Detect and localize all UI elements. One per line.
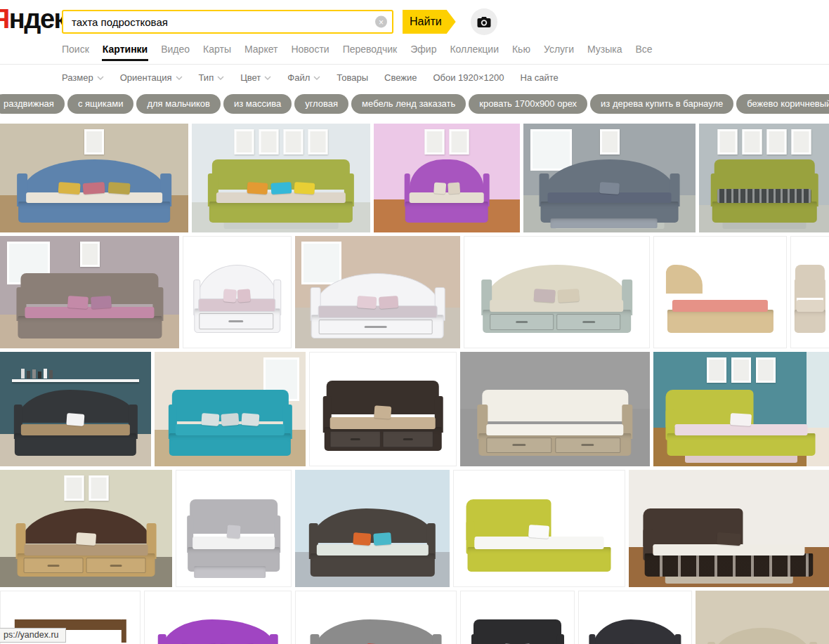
poster-frame: [235, 129, 254, 155]
search-input[interactable]: [63, 11, 392, 32]
related-query-chip-1[interactable]: раздвижная: [0, 94, 65, 114]
image-result-2-3[interactable]: [295, 236, 460, 348]
bed-arm: [311, 634, 320, 644]
bed-illustration: [666, 265, 774, 334]
filter-razmer[interactable]: Размер: [62, 72, 104, 83]
image-result-2-1[interactable]: [0, 236, 179, 348]
filter-svezhie[interactable]: Свежие: [384, 72, 417, 83]
image-result-3-1[interactable]: [0, 352, 151, 466]
image-result-1-3[interactable]: [374, 124, 520, 232]
bed-trundle: [550, 218, 658, 228]
bed-pillow: [237, 289, 251, 302]
tab-novosti[interactable]: Новости: [291, 44, 329, 55]
image-result-5-4[interactable]: [460, 591, 575, 644]
tab-poisk[interactable]: Поиск: [62, 44, 89, 55]
bed-base: [795, 310, 825, 333]
image-result-2-6[interactable]: [790, 236, 829, 348]
image-result-1-1[interactable]: [0, 124, 188, 232]
filter-fayl[interactable]: Файл: [287, 72, 320, 83]
drawer-handle: [351, 438, 360, 440]
related-query-chip-7[interactable]: кровать 1700x900 орех: [469, 94, 587, 114]
image-result-3-2[interactable]: [155, 352, 306, 466]
tab-kyu[interactable]: Кью: [512, 44, 530, 55]
image-result-4-3[interactable]: [295, 470, 450, 587]
image-result-1-2[interactable]: [192, 124, 370, 232]
tab-video[interactable]: Видео: [161, 44, 190, 55]
related-query-chip-6[interactable]: мебель ленд заказать: [351, 94, 466, 114]
image-result-4-4[interactable]: [453, 470, 625, 587]
tab-efir[interactable]: Эфир: [410, 44, 436, 55]
search-bar: × Найти: [0, 0, 829, 35]
tab-muzyka[interactable]: Музыка: [587, 44, 622, 55]
results-row-1: [0, 124, 829, 232]
results-row-4: [0, 470, 829, 587]
image-result-3-3[interactable]: [309, 352, 457, 466]
related-query-chip-8[interactable]: из дерева купить в барнауле: [590, 94, 733, 114]
logo-letter-ya: Я: [0, 4, 9, 34]
book: [32, 369, 36, 379]
image-result-2-4[interactable]: [464, 236, 650, 348]
bed-mattress: [475, 537, 604, 548]
image-result-5-3[interactable]: [295, 591, 457, 644]
bed-arm: [557, 634, 563, 644]
tab-perevodchik[interactable]: Переводчик: [343, 44, 398, 55]
filter-tovary[interactable]: Товары: [337, 72, 368, 83]
bed-back: [714, 159, 814, 190]
bed-arm: [471, 634, 477, 644]
filter-label: На сайте: [521, 72, 559, 83]
bed-base: [15, 433, 136, 456]
bed-back: [482, 390, 628, 421]
bed-illustration: [13, 390, 137, 456]
bed-pillow: [379, 296, 398, 309]
bed-illustration: [208, 159, 354, 223]
filter-na-sayte[interactable]: На сайте: [521, 72, 559, 83]
image-result-5-6[interactable]: [696, 591, 829, 644]
image-result-3-5[interactable]: [653, 352, 829, 466]
bed-arm: [589, 634, 595, 644]
image-result-5-2[interactable]: [144, 591, 292, 644]
tab-kartinki[interactable]: Картинки: [103, 44, 148, 55]
related-query-chip-2[interactable]: с ящиками: [67, 94, 134, 114]
image-result-3-4[interactable]: [460, 352, 650, 466]
drawer-handle: [365, 326, 387, 328]
image-result-2-5[interactable]: [653, 236, 787, 348]
bed-back: [162, 619, 274, 644]
image-result-5-5[interactable]: [578, 591, 692, 644]
image-result-1-4[interactable]: [523, 124, 696, 232]
poster-frame: [284, 129, 303, 155]
tab-uslugi[interactable]: Услуги: [544, 44, 574, 55]
bed-drawer: [486, 438, 551, 453]
bed-illustration: [17, 159, 171, 223]
poster-frame: [743, 129, 762, 155]
bed-illustration: [481, 265, 633, 334]
filter-tsvet[interactable]: Цвет: [240, 72, 271, 83]
filter-oboi-1920x1200[interactable]: Обои 1920×1200: [433, 72, 504, 83]
image-result-1-5[interactable]: [699, 124, 829, 232]
results-grid: [0, 124, 829, 644]
filter-tip[interactable]: Тип: [199, 72, 225, 83]
bed-illustration: [158, 619, 278, 644]
image-result-4-1[interactable]: [0, 470, 172, 587]
related-query-chip-9[interactable]: бежево коричневый для мальчика: [736, 94, 829, 114]
tab-kollektsii[interactable]: Коллекции: [450, 44, 499, 55]
tab-vse[interactable]: Все: [636, 44, 653, 55]
filter-orientatsiya[interactable]: Ориентация: [120, 72, 183, 83]
poster-frame: [308, 129, 328, 155]
chevron-down-icon: [176, 76, 183, 80]
image-result-4-5[interactable]: [629, 470, 829, 587]
image-result-2-2[interactable]: [183, 236, 292, 348]
related-query-chip-3[interactable]: для мальчиков: [136, 94, 220, 114]
book: [38, 372, 41, 379]
bed-mattress: [672, 300, 768, 312]
image-search-button[interactable]: [471, 8, 497, 35]
poster-frame: [89, 475, 108, 501]
search-button[interactable]: Найти: [403, 10, 456, 34]
bed-illustration: [466, 499, 613, 571]
clear-search-button[interactable]: ×: [375, 16, 387, 28]
tab-market[interactable]: Маркет: [244, 44, 278, 55]
bed-base: [311, 553, 435, 577]
image-result-4-2[interactable]: [176, 470, 292, 587]
related-query-chip-5[interactable]: угловая: [294, 94, 348, 114]
related-query-chip-4[interactable]: из массива: [223, 94, 292, 114]
tab-karty[interactable]: Карты: [203, 44, 231, 55]
